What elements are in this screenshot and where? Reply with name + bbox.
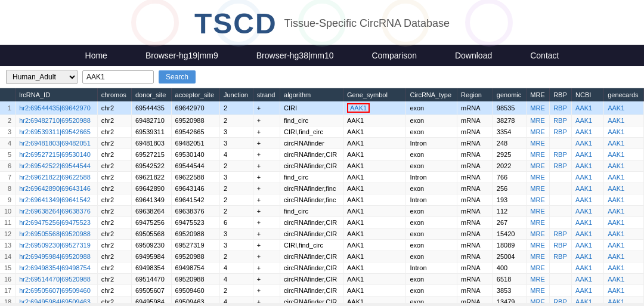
row-mre[interactable]: MRE [527,126,550,138]
row-id[interactable]: hr2:69505568|69520988 [16,228,98,240]
table-row: 9hr2:69641349|69641542chr269641349696415… [0,194,644,206]
row-ncbi[interactable]: AAK1 [572,262,604,274]
row-id[interactable]: hr2:69527215|69530140 [16,149,98,160]
row-ncbi[interactable]: AAK1 [572,194,604,206]
row-id[interactable]: hr2:69642890|69643146 [16,183,98,194]
row-mre[interactable]: MRE [527,149,550,160]
row-algo: circRNAfinder [280,138,343,149]
row-ncbi[interactable]: AAK1 [572,172,604,183]
row-genecards[interactable]: AAK1 [604,160,644,172]
row-mre[interactable]: MRE [527,296,550,304]
row-genecards[interactable]: AAK1 [604,101,644,115]
row-mre[interactable]: MRE [527,228,550,240]
row-id[interactable]: hr2:69544435|69642970 [16,101,98,115]
nav-browser-hg19[interactable]: Browser-hg19|mm9 [126,45,237,66]
row-id[interactable]: hr2:69481803|69482051 [16,138,98,149]
row-ncbi[interactable]: AAK1 [572,115,604,126]
row-mre[interactable]: MRE [527,262,550,274]
row-type: exon [406,217,457,228]
row-id[interactable]: hr2:69475256|69475523 [16,217,98,228]
row-genecards[interactable]: AAK1 [604,149,644,160]
row-donor: 69505607 [131,285,171,296]
row-algo: circRNAfinder,CIR [280,217,343,228]
row-mre[interactable]: MRE [527,274,550,285]
row-mre[interactable]: MRE [527,183,550,194]
row-mre[interactable]: MRE [527,115,550,126]
table-row: 16hr2:69514470|69520988chr26951447069520… [0,274,644,285]
row-id[interactable]: hr2:69638264|69638376 [16,206,98,217]
row-ncbi[interactable]: AAK1 [572,126,604,138]
row-ncbi[interactable]: AAK1 [572,160,604,172]
row-ncbi[interactable]: AAK1 [572,149,604,160]
row-ncbi[interactable]: AAK1 [572,240,604,251]
nav-home[interactable]: Home [66,45,126,66]
row-genecards[interactable]: AAK1 [604,194,644,206]
row-ncbi[interactable]: AAK1 [572,183,604,194]
row-genecards[interactable]: AAK1 [604,126,644,138]
row-ncbi[interactable]: AAK1 [572,228,604,240]
row-mre[interactable]: MRE [527,194,550,206]
row-id[interactable]: hr2:69514470|69520988 [16,274,98,285]
row-id[interactable]: hr2:69495984|69520988 [16,251,98,262]
row-id[interactable]: hr2:69641349|69641542 [16,194,98,206]
row-mre[interactable]: MRE [527,206,550,217]
table-header: lrcRNA_ID chromos donor_site acceptor_si… [0,88,644,101]
row-genecards[interactable]: AAK1 [604,296,644,304]
row-mre[interactable]: MRE [527,240,550,251]
row-id[interactable]: hr2:69498354|69498754 [16,262,98,274]
row-rbp[interactable]: RBP [550,251,572,262]
row-ncbi[interactable]: AAK1 [572,206,604,217]
row-ncbi[interactable]: AAK1 [572,274,604,285]
row-rbp[interactable]: RBP [550,228,572,240]
row-genecards[interactable]: AAK1 [604,262,644,274]
nav-browser-hg38[interactable]: Browser-hg38|mm10 [237,45,353,66]
row-ncbi[interactable]: AAK1 [572,251,604,262]
row-mre[interactable]: MRE [527,101,550,115]
row-genecards[interactable]: AAK1 [604,183,644,194]
row-rbp[interactable]: RBP [550,115,572,126]
row-mre[interactable]: MRE [527,251,550,262]
row-mre[interactable]: MRE [527,160,550,172]
row-ncbi[interactable]: AAK1 [572,217,604,228]
row-id[interactable]: hr2:69505607|69509460 [16,285,98,296]
search-button[interactable]: Search [159,70,196,84]
row-genecards[interactable]: AAK1 [604,217,644,228]
row-ncbi[interactable]: AAK1 [572,296,604,304]
row-mre[interactable]: MRE [527,285,550,296]
row-genecards[interactable]: AAK1 [604,240,644,251]
row-junction: 2 [219,251,253,262]
nav-comparison[interactable]: Comparison [352,45,435,66]
row-rbp[interactable]: RBP [550,101,572,115]
row-genecards[interactable]: AAK1 [604,228,644,240]
row-rbp[interactable]: RBP [550,296,572,304]
row-id[interactable]: hr2:69509230|69527319 [16,240,98,251]
row-genecards[interactable]: AAK1 [604,251,644,262]
row-ncbi[interactable]: AAK1 [572,285,604,296]
row-genecards[interactable]: AAK1 [604,115,644,126]
nav-download[interactable]: Download [436,45,511,66]
row-id[interactable]: hr2:69621822|69622588 [16,172,98,183]
row-rbp[interactable]: RBP [550,240,572,251]
row-junction: 2 [219,115,253,126]
row-mre[interactable]: MRE [527,172,550,183]
species-select[interactable]: Human_Adult Human_Fetal Mouse_Adult [6,70,78,84]
row-genecards[interactable]: AAK1 [604,138,644,149]
row-rbp[interactable]: RBP [550,126,572,138]
row-ncbi[interactable]: AAK1 [572,101,604,115]
row-ncbi[interactable]: AAK1 [572,138,604,149]
nav-contact[interactable]: Contact [511,45,578,66]
row-id[interactable]: hr2:69542522|69544544 [16,160,98,172]
gene-input[interactable] [82,70,154,84]
row-mre[interactable]: MRE [527,217,550,228]
row-id[interactable]: hr2:69495984|69509463 [16,296,98,304]
row-donor: 69498354 [131,262,171,274]
row-id[interactable]: hr2:69482710|69520988 [16,115,98,126]
row-id[interactable]: hr2:69539311|69542665 [16,126,98,138]
row-genecards[interactable]: AAK1 [604,274,644,285]
row-genecards[interactable]: AAK1 [604,285,644,296]
row-genecards[interactable]: AAK1 [604,206,644,217]
row-rbp[interactable]: RBP [550,160,572,172]
row-rbp[interactable]: RBP [550,149,572,160]
row-genecards[interactable]: AAK1 [604,172,644,183]
row-mre[interactable]: MRE [527,138,550,149]
